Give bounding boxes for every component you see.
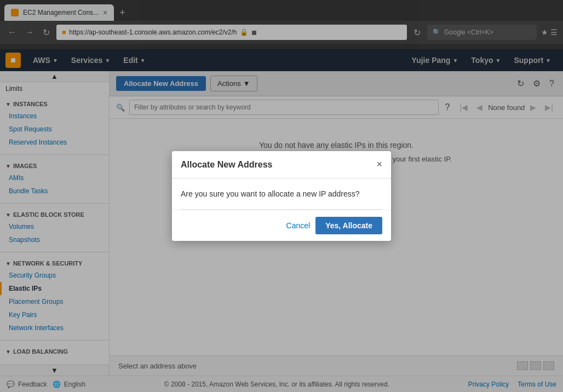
modal-body: Are you sure you want to allocate a new … <box>172 178 391 209</box>
modal-close-button[interactable]: × <box>376 159 382 170</box>
allocate-modal: Allocate New Address × Are you sure you … <box>172 151 391 241</box>
cancel-button[interactable]: Cancel <box>286 221 311 230</box>
modal-overlay: Allocate New Address × Are you sure you … <box>0 0 563 392</box>
modal-title: Allocate New Address <box>181 160 272 170</box>
yes-allocate-button[interactable]: Yes, Allocate <box>315 217 382 234</box>
modal-footer: Cancel Yes, Allocate <box>172 210 391 241</box>
modal-body-text: Are you sure you want to allocate a new … <box>181 189 382 198</box>
modal-header: Allocate New Address × <box>172 151 391 178</box>
